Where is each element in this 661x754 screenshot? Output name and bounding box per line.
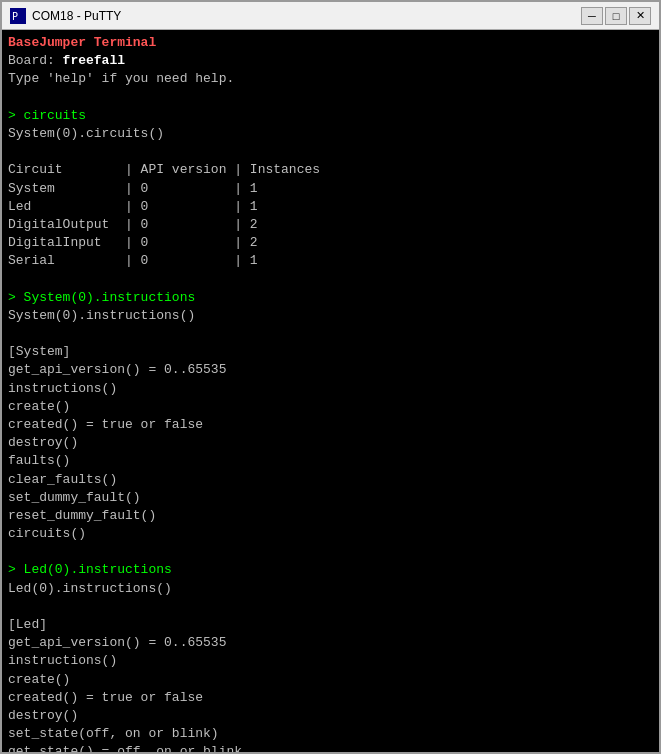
svg-text:P: P <box>12 11 18 22</box>
putty-window: P COM18 - PuTTY ─ □ ✕ BaseJumper Termina… <box>0 0 661 754</box>
line-led-api: get_api_version() = 0..65535 <box>8 634 653 652</box>
line-blank-4 <box>8 325 653 343</box>
line-cmd-circuits: > circuits <box>8 107 653 125</box>
line-1: BaseJumper Terminal <box>8 34 653 52</box>
line-cmd-led-instr: > Led(0).instructions <box>8 561 653 579</box>
line-led-set-state: set_state(off, on or blink) <box>8 725 653 743</box>
close-button[interactable]: ✕ <box>629 7 651 25</box>
line-led-created: created() = true or false <box>8 689 653 707</box>
line-cmd-sys-instr: > System(0).instructions <box>8 289 653 307</box>
line-sys-clear-faults: clear_faults() <box>8 471 653 489</box>
line-blank-6 <box>8 598 653 616</box>
line-sys-header: [System] <box>8 343 653 361</box>
line-sys-circuits: circuits() <box>8 525 653 543</box>
line-led-get-state: get_state() = off, on or blink <box>8 743 653 752</box>
line-3: Type 'help' if you need help. <box>8 70 653 88</box>
line-blank-5 <box>8 543 653 561</box>
line-table-system: System | 0 | 1 <box>8 180 653 198</box>
line-sys-circuits: System(0).circuits() <box>8 125 653 143</box>
line-sys-api: get_api_version() = 0..65535 <box>8 361 653 379</box>
line-sys-instructions: instructions() <box>8 380 653 398</box>
window-controls: ─ □ ✕ <box>581 7 651 25</box>
minimize-button[interactable]: ─ <box>581 7 603 25</box>
window-title: COM18 - PuTTY <box>32 9 581 23</box>
line-table-digitalinput: DigitalInput | 0 | 2 <box>8 234 653 252</box>
line-sys-create: create() <box>8 398 653 416</box>
line-blank-3 <box>8 270 653 288</box>
line-blank-1 <box>8 89 653 107</box>
line-table-digitaloutput: DigitalOutput | 0 | 2 <box>8 216 653 234</box>
app-icon: P <box>10 8 26 24</box>
line-led-destroy: destroy() <box>8 707 653 725</box>
line-table-header: Circuit | API version | Instances <box>8 161 653 179</box>
line-2: Board: freefall <box>8 52 653 70</box>
line-sys-destroy: destroy() <box>8 434 653 452</box>
line-sys-set-dummy: set_dummy_fault() <box>8 489 653 507</box>
line-blank-2 <box>8 143 653 161</box>
line-sys-reset-dummy: reset_dummy_fault() <box>8 507 653 525</box>
line-led-instructions: instructions() <box>8 652 653 670</box>
line-table-serial: Serial | 0 | 1 <box>8 252 653 270</box>
title-bar: P COM18 - PuTTY ─ □ ✕ <box>2 2 659 30</box>
line-sys-created: created() = true or false <box>8 416 653 434</box>
restore-button[interactable]: □ <box>605 7 627 25</box>
terminal-output[interactable]: BaseJumper Terminal Board: freefall Type… <box>2 30 659 752</box>
line-sys-faults: faults() <box>8 452 653 470</box>
line-table-led: Led | 0 | 1 <box>8 198 653 216</box>
line-led-header: [Led] <box>8 616 653 634</box>
line-led-instr-call: Led(0).instructions() <box>8 580 653 598</box>
line-led-create: create() <box>8 671 653 689</box>
line-sys-instr-call: System(0).instructions() <box>8 307 653 325</box>
